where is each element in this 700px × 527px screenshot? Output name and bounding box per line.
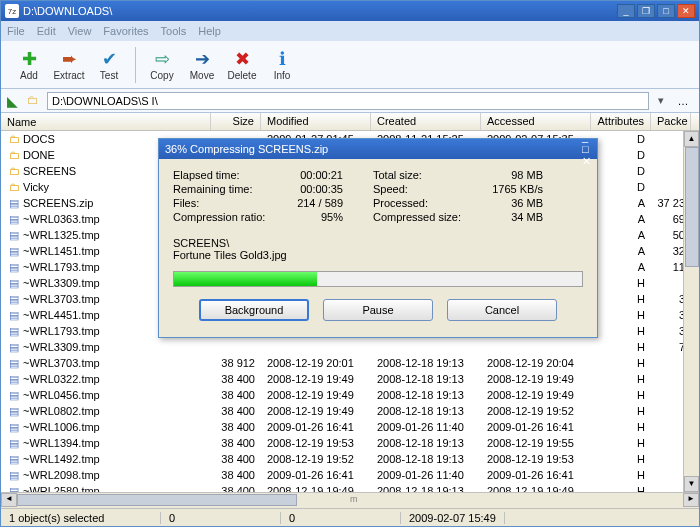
ratio-value: 95% bbox=[273, 211, 343, 223]
table-row[interactable]: ▤~WRL3309.tmpH7 bbox=[1, 339, 699, 355]
file-icon: ▤ bbox=[9, 277, 23, 290]
file-name: ~WRL1492.tmp bbox=[23, 453, 100, 465]
test-button[interactable]: ✔Test bbox=[89, 43, 129, 87]
file-name: ~WRL1006.tmp bbox=[23, 421, 100, 433]
remaining-label: Remaining time: bbox=[173, 183, 273, 195]
menu-favorites[interactable]: Favorites bbox=[103, 25, 148, 37]
file-created: 2008-12-18 19:13 bbox=[371, 389, 481, 401]
restore-button[interactable]: ❐ bbox=[637, 4, 655, 18]
file-modified: 2008-12-19 20:01 bbox=[261, 357, 371, 369]
close-button[interactable]: ✕ bbox=[677, 4, 695, 18]
file-attr: H bbox=[591, 341, 651, 353]
file-name: ~WRL3309.tmp bbox=[23, 341, 100, 353]
move-button[interactable]: ➔Move bbox=[182, 43, 222, 87]
info-button[interactable]: ℹInfo bbox=[262, 43, 302, 87]
dialog-minimize-button[interactable]: _ bbox=[582, 131, 591, 143]
scroll-up-button[interactable]: ▲ bbox=[684, 131, 699, 147]
file-created: 2008-12-18 19:13 bbox=[371, 405, 481, 417]
minimize-button[interactable]: _ bbox=[617, 4, 635, 18]
menu-view[interactable]: View bbox=[68, 25, 92, 37]
dialog-maximize-button[interactable]: □ bbox=[582, 143, 591, 155]
menu-help[interactable]: Help bbox=[198, 25, 221, 37]
extract-icon: ➨ bbox=[62, 48, 77, 70]
table-row[interactable]: ▤~WRL1492.tmp38 4002008-12-19 19:522008-… bbox=[1, 451, 699, 467]
dialog-titlebar[interactable]: 36% Compressing SCREENS.zip _ □ ✕ bbox=[159, 139, 597, 159]
file-icon: ▤ bbox=[9, 357, 23, 370]
column-headers: Name Size Modified Created Accessed Attr… bbox=[1, 113, 699, 131]
toolbar-separator bbox=[135, 47, 136, 83]
file-name: ~WRL0363.tmp bbox=[23, 213, 100, 225]
up-icon[interactable]: ◣ bbox=[7, 93, 23, 109]
plus-icon: ✚ bbox=[22, 48, 37, 70]
folder-icon: 🗀 bbox=[9, 181, 23, 193]
col-size[interactable]: Size bbox=[211, 113, 261, 130]
file-modified: 2008-12-19 19:49 bbox=[261, 405, 371, 417]
file-attr: D bbox=[591, 149, 651, 161]
processed-value: 36 MB bbox=[473, 197, 543, 209]
file-attr: H bbox=[591, 277, 651, 289]
table-row[interactable]: ▤~WRL2098.tmp38 4002009-01-26 16:412009-… bbox=[1, 467, 699, 483]
table-row[interactable]: ▤~WRL0322.tmp38 4002008-12-19 19:492008-… bbox=[1, 371, 699, 387]
browse-button[interactable]: … bbox=[673, 95, 693, 107]
dialog-title: 36% Compressing SCREENS.zip bbox=[165, 143, 582, 155]
extract-button[interactable]: ➨Extract bbox=[49, 43, 89, 87]
scroll-thumb-h[interactable] bbox=[17, 494, 297, 506]
file-attr: A bbox=[591, 213, 651, 225]
file-modified: 2008-12-19 19:49 bbox=[261, 373, 371, 385]
table-row[interactable]: ▤~WRL0802.tmp38 4002008-12-19 19:492008-… bbox=[1, 403, 699, 419]
titlebar[interactable]: 7z D:\DOWNLOADS\ _ ❐ □ ✕ bbox=[1, 1, 699, 21]
menubar: File Edit View Favorites Tools Help bbox=[1, 21, 699, 41]
file-size: 38 400 bbox=[211, 453, 261, 465]
scroll-thumb[interactable] bbox=[685, 147, 699, 267]
col-modified[interactable]: Modified bbox=[261, 113, 371, 130]
background-button[interactable]: Background bbox=[199, 299, 309, 321]
table-row[interactable]: ▤~WRL1394.tmp38 4002008-12-19 19:532008-… bbox=[1, 435, 699, 451]
table-row[interactable]: ▤~WRL3703.tmp38 9122008-12-19 20:012008-… bbox=[1, 355, 699, 371]
pause-button[interactable]: Pause bbox=[323, 299, 433, 321]
scroll-left-button[interactable]: ◄ bbox=[1, 493, 17, 507]
maximize-button[interactable]: □ bbox=[657, 4, 675, 18]
file-attr: A bbox=[591, 245, 651, 257]
elapsed-label: Elapsed time: bbox=[173, 169, 273, 181]
file-icon: ▤ bbox=[9, 261, 23, 274]
file-attr: H bbox=[591, 405, 651, 417]
add-button[interactable]: ✚Add bbox=[9, 43, 49, 87]
files-label: Files: bbox=[173, 197, 273, 209]
file-icon: ▤ bbox=[9, 421, 23, 434]
file-icon: ▤ bbox=[9, 373, 23, 386]
speed-value: 1765 KB/s bbox=[473, 183, 543, 195]
menu-tools[interactable]: Tools bbox=[161, 25, 187, 37]
menu-edit[interactable]: Edit bbox=[37, 25, 56, 37]
file-accessed: 2009-01-26 16:41 bbox=[481, 421, 591, 433]
total-label: Total size: bbox=[373, 169, 473, 181]
copy-button[interactable]: ⇨Copy bbox=[142, 43, 182, 87]
col-attributes[interactable]: Attributes bbox=[591, 113, 651, 130]
cancel-button[interactable]: Cancel bbox=[447, 299, 557, 321]
file-name: ~WRL2098.tmp bbox=[23, 469, 100, 481]
table-row[interactable]: ▤~WRL2580.tmp38 4002008-12-19 19:492008-… bbox=[1, 483, 699, 492]
table-row[interactable]: ▤~WRL0456.tmp38 4002008-12-19 19:492008-… bbox=[1, 387, 699, 403]
file-attr: D bbox=[591, 181, 651, 193]
horizontal-scrollbar[interactable]: ◄ m ► bbox=[1, 492, 699, 508]
path-dropdown[interactable]: ▾ bbox=[653, 94, 669, 107]
col-created[interactable]: Created bbox=[371, 113, 481, 130]
file-icon: ▤ bbox=[9, 293, 23, 306]
vertical-scrollbar[interactable]: ▲ ▼ bbox=[683, 131, 699, 492]
file-modified: 2008-12-19 19:49 bbox=[261, 485, 371, 492]
file-icon: ▤ bbox=[9, 309, 23, 322]
scroll-right-button[interactable]: ► bbox=[683, 493, 699, 507]
file-modified: 2009-01-26 16:41 bbox=[261, 469, 371, 481]
menu-file[interactable]: File bbox=[7, 25, 25, 37]
scroll-down-button[interactable]: ▼ bbox=[684, 476, 699, 492]
file-modified: 2008-12-19 19:49 bbox=[261, 389, 371, 401]
path-input[interactable] bbox=[47, 92, 649, 110]
col-name[interactable]: Name bbox=[1, 113, 211, 130]
file-attr: A bbox=[591, 197, 651, 209]
delete-button[interactable]: ✖Delete bbox=[222, 43, 262, 87]
col-accessed[interactable]: Accessed bbox=[481, 113, 591, 130]
file-icon: ▤ bbox=[9, 325, 23, 338]
table-row[interactable]: ▤~WRL1006.tmp38 4002009-01-26 16:412009-… bbox=[1, 419, 699, 435]
window-title: D:\DOWNLOADS\ bbox=[23, 5, 617, 17]
col-packed[interactable]: Packe bbox=[651, 113, 691, 130]
compressed-value: 34 MB bbox=[473, 211, 543, 223]
